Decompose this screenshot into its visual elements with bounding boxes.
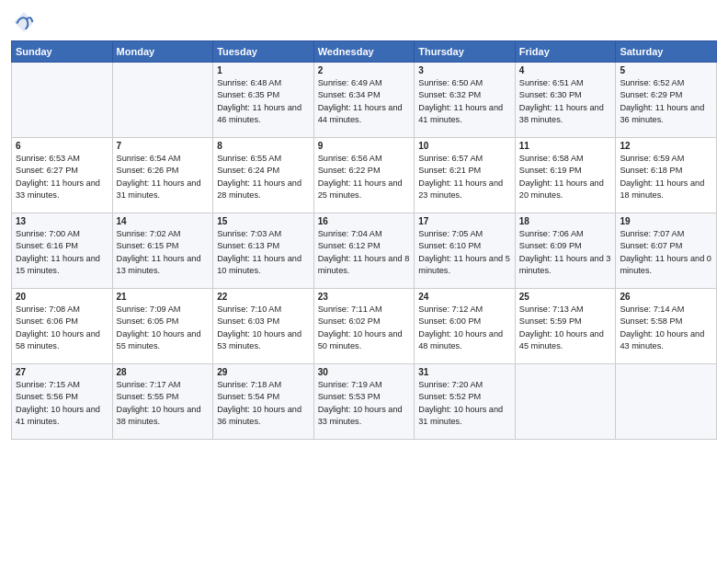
day-info: Sunrise: 7:20 AMSunset: 5:52 PMDaylight:… bbox=[418, 379, 511, 428]
calendar-cell: 30Sunrise: 7:19 AMSunset: 5:53 PMDayligh… bbox=[313, 364, 415, 440]
calendar-cell: 23Sunrise: 7:11 AMSunset: 6:02 PMDayligh… bbox=[313, 289, 415, 364]
calendar-cell: 17Sunrise: 7:05 AMSunset: 6:10 PMDayligh… bbox=[415, 213, 516, 289]
day-number: 10 bbox=[418, 141, 511, 151]
day-info: Sunrise: 6:56 AMSunset: 6:22 PMDaylight:… bbox=[318, 153, 411, 201]
calendar-cell: 26Sunrise: 7:14 AMSunset: 5:58 PMDayligh… bbox=[616, 289, 717, 364]
day-info: Sunrise: 7:06 AMSunset: 6:09 PMDaylight:… bbox=[519, 228, 612, 277]
week-row-0: 1Sunrise: 6:48 AMSunset: 6:35 PMDaylight… bbox=[12, 63, 717, 138]
calendar-cell: 10Sunrise: 6:57 AMSunset: 6:21 PMDayligh… bbox=[415, 138, 516, 213]
calendar-cell: 5Sunrise: 6:52 AMSunset: 6:29 PMDaylight… bbox=[616, 63, 717, 138]
calendar-cell: 15Sunrise: 7:03 AMSunset: 6:13 PMDayligh… bbox=[213, 213, 314, 289]
day-number: 18 bbox=[519, 216, 612, 226]
day-info: Sunrise: 7:00 AMSunset: 6:16 PMDaylight:… bbox=[16, 228, 108, 277]
day-number: 12 bbox=[620, 141, 712, 151]
day-number: 11 bbox=[519, 141, 612, 151]
day-number: 21 bbox=[117, 292, 210, 302]
calendar-cell: 22Sunrise: 7:10 AMSunset: 6:03 PMDayligh… bbox=[213, 289, 314, 364]
day-number: 30 bbox=[318, 367, 411, 377]
logo-icon bbox=[11, 9, 37, 35]
day-info: Sunrise: 6:50 AMSunset: 6:32 PMDaylight:… bbox=[418, 77, 511, 126]
logo bbox=[11, 9, 40, 35]
weekday-header-row: SundayMondayTuesdayWednesdayThursdayFrid… bbox=[12, 41, 717, 63]
day-info: Sunrise: 7:07 AMSunset: 6:07 PMDaylight:… bbox=[620, 228, 712, 277]
week-row-3: 20Sunrise: 7:08 AMSunset: 6:06 PMDayligh… bbox=[12, 289, 717, 364]
day-number: 29 bbox=[217, 367, 310, 377]
day-info: Sunrise: 7:12 AMSunset: 6:00 PMDaylight:… bbox=[418, 304, 511, 352]
header-row bbox=[11, 9, 717, 35]
calendar-cell: 2Sunrise: 6:49 AMSunset: 6:34 PMDaylight… bbox=[313, 63, 415, 138]
calendar-cell bbox=[112, 63, 213, 138]
calendar-cell: 18Sunrise: 7:06 AMSunset: 6:09 PMDayligh… bbox=[515, 213, 616, 289]
calendar-cell: 7Sunrise: 6:54 AMSunset: 6:26 PMDaylight… bbox=[112, 138, 213, 213]
day-number: 31 bbox=[418, 367, 511, 377]
day-info: Sunrise: 6:52 AMSunset: 6:29 PMDaylight:… bbox=[620, 77, 712, 126]
main-container: SundayMondayTuesdayWednesdayThursdayFrid… bbox=[0, 0, 728, 445]
calendar-cell: 3Sunrise: 6:50 AMSunset: 6:32 PMDaylight… bbox=[415, 63, 516, 138]
weekday-header-friday: Friday bbox=[515, 41, 616, 63]
week-row-1: 6Sunrise: 6:53 AMSunset: 6:27 PMDaylight… bbox=[12, 138, 717, 213]
calendar-cell: 13Sunrise: 7:00 AMSunset: 6:16 PMDayligh… bbox=[12, 213, 113, 289]
weekday-header-wednesday: Wednesday bbox=[313, 41, 415, 63]
calendar-cell: 12Sunrise: 6:59 AMSunset: 6:18 PMDayligh… bbox=[616, 138, 717, 213]
calendar-cell: 8Sunrise: 6:55 AMSunset: 6:24 PMDaylight… bbox=[213, 138, 314, 213]
week-row-2: 13Sunrise: 7:00 AMSunset: 6:16 PMDayligh… bbox=[12, 213, 717, 289]
calendar-cell: 11Sunrise: 6:58 AMSunset: 6:19 PMDayligh… bbox=[515, 138, 616, 213]
day-info: Sunrise: 7:19 AMSunset: 5:53 PMDaylight:… bbox=[318, 379, 411, 428]
day-number: 19 bbox=[620, 216, 712, 226]
day-info: Sunrise: 6:53 AMSunset: 6:27 PMDaylight:… bbox=[16, 153, 108, 201]
day-info: Sunrise: 7:11 AMSunset: 6:02 PMDaylight:… bbox=[318, 304, 411, 352]
calendar-cell: 31Sunrise: 7:20 AMSunset: 5:52 PMDayligh… bbox=[415, 364, 516, 440]
calendar-cell: 27Sunrise: 7:15 AMSunset: 5:56 PMDayligh… bbox=[12, 364, 113, 440]
calendar-cell: 1Sunrise: 6:48 AMSunset: 6:35 PMDaylight… bbox=[213, 63, 314, 138]
weekday-header-sunday: Sunday bbox=[12, 41, 113, 63]
day-info: Sunrise: 7:04 AMSunset: 6:12 PMDaylight:… bbox=[318, 228, 411, 277]
calendar-cell: 14Sunrise: 7:02 AMSunset: 6:15 PMDayligh… bbox=[112, 213, 213, 289]
day-info: Sunrise: 6:58 AMSunset: 6:19 PMDaylight:… bbox=[519, 153, 612, 201]
calendar-cell bbox=[12, 63, 113, 138]
day-number: 6 bbox=[16, 141, 108, 151]
day-info: Sunrise: 7:13 AMSunset: 5:59 PMDaylight:… bbox=[519, 304, 612, 352]
day-number: 1 bbox=[217, 65, 310, 75]
day-info: Sunrise: 7:05 AMSunset: 6:10 PMDaylight:… bbox=[418, 228, 511, 277]
calendar-table: SundayMondayTuesdayWednesdayThursdayFrid… bbox=[11, 40, 717, 440]
day-info: Sunrise: 6:49 AMSunset: 6:34 PMDaylight:… bbox=[318, 77, 411, 126]
day-number: 5 bbox=[620, 65, 712, 75]
calendar-cell: 16Sunrise: 7:04 AMSunset: 6:12 PMDayligh… bbox=[313, 213, 415, 289]
day-number: 16 bbox=[318, 216, 411, 226]
calendar-cell: 29Sunrise: 7:18 AMSunset: 5:54 PMDayligh… bbox=[213, 364, 314, 440]
day-info: Sunrise: 6:48 AMSunset: 6:35 PMDaylight:… bbox=[217, 77, 310, 126]
calendar-cell: 21Sunrise: 7:09 AMSunset: 6:05 PMDayligh… bbox=[112, 289, 213, 364]
day-number: 22 bbox=[217, 292, 310, 302]
day-info: Sunrise: 6:55 AMSunset: 6:24 PMDaylight:… bbox=[217, 153, 310, 201]
day-info: Sunrise: 7:10 AMSunset: 6:03 PMDaylight:… bbox=[217, 304, 310, 352]
calendar-cell: 24Sunrise: 7:12 AMSunset: 6:00 PMDayligh… bbox=[415, 289, 516, 364]
day-number: 23 bbox=[318, 292, 411, 302]
day-info: Sunrise: 7:08 AMSunset: 6:06 PMDaylight:… bbox=[16, 304, 108, 352]
day-info: Sunrise: 7:03 AMSunset: 6:13 PMDaylight:… bbox=[217, 228, 310, 277]
calendar-cell bbox=[515, 364, 616, 440]
day-info: Sunrise: 7:02 AMSunset: 6:15 PMDaylight:… bbox=[117, 228, 210, 277]
day-info: Sunrise: 7:14 AMSunset: 5:58 PMDaylight:… bbox=[620, 304, 712, 352]
day-number: 13 bbox=[16, 216, 108, 226]
day-info: Sunrise: 6:57 AMSunset: 6:21 PMDaylight:… bbox=[418, 153, 511, 201]
day-number: 17 bbox=[418, 216, 511, 226]
day-number: 26 bbox=[620, 292, 712, 302]
day-number: 7 bbox=[117, 141, 210, 151]
day-info: Sunrise: 7:09 AMSunset: 6:05 PMDaylight:… bbox=[117, 304, 210, 352]
weekday-header-thursday: Thursday bbox=[415, 41, 516, 63]
day-number: 27 bbox=[16, 367, 108, 377]
day-number: 25 bbox=[519, 292, 612, 302]
calendar-cell: 9Sunrise: 6:56 AMSunset: 6:22 PMDaylight… bbox=[313, 138, 415, 213]
day-info: Sunrise: 7:17 AMSunset: 5:55 PMDaylight:… bbox=[117, 379, 210, 428]
weekday-header-saturday: Saturday bbox=[616, 41, 717, 63]
calendar-cell: 6Sunrise: 6:53 AMSunset: 6:27 PMDaylight… bbox=[12, 138, 113, 213]
day-info: Sunrise: 6:54 AMSunset: 6:26 PMDaylight:… bbox=[117, 153, 210, 201]
day-number: 24 bbox=[418, 292, 511, 302]
calendar-cell: 25Sunrise: 7:13 AMSunset: 5:59 PMDayligh… bbox=[515, 289, 616, 364]
day-number: 4 bbox=[519, 65, 612, 75]
calendar-cell: 20Sunrise: 7:08 AMSunset: 6:06 PMDayligh… bbox=[12, 289, 113, 364]
day-number: 28 bbox=[117, 367, 210, 377]
day-number: 14 bbox=[117, 216, 210, 226]
day-info: Sunrise: 7:15 AMSunset: 5:56 PMDaylight:… bbox=[16, 379, 108, 428]
weekday-header-tuesday: Tuesday bbox=[213, 41, 314, 63]
